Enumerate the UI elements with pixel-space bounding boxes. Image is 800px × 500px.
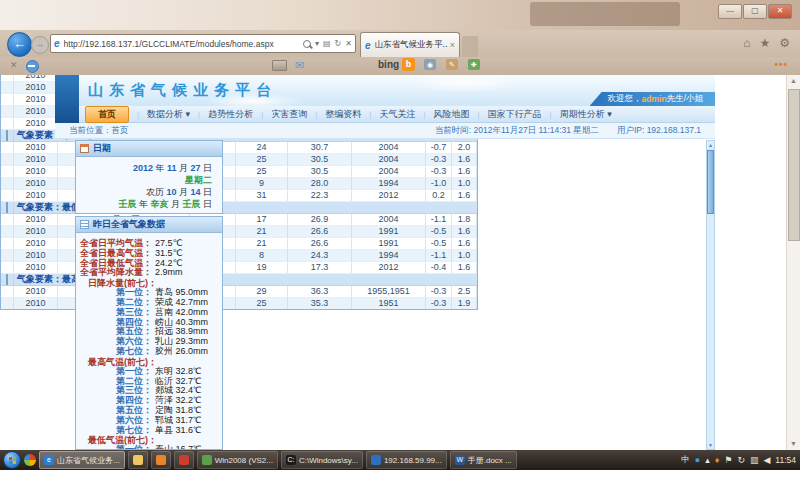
page-scrollbar[interactable]: ▲ ▼ <box>706 140 715 450</box>
home-icon[interactable]: ⌂ <box>743 36 750 50</box>
group-checkbox[interactable] <box>6 130 8 141</box>
table-row[interactable]: 20107月下旬27.02530.52004-0.31.6 <box>1 166 477 178</box>
calendar-panel-title: 日期 <box>93 142 111 155</box>
table-row[interactable]: 20107月5候31.42535.31951-0.31.9 <box>1 298 477 310</box>
network-icon[interactable]: ▥ <box>750 455 759 465</box>
address-bar[interactable]: e http://192.168.137.1/GLCCLIMATE/module… <box>50 34 356 53</box>
taskbar-button-word[interactable]: W手册.docx ... <box>450 451 517 469</box>
browser-scrollbar-thumb[interactable] <box>788 89 800 241</box>
taskbar-button-rdp[interactable]: 192.168.59.99... <box>366 451 447 469</box>
browser-scrollbar[interactable]: ▲ ▼ <box>786 75 800 450</box>
new-tab-button[interactable] <box>462 36 478 57</box>
breadcrumb: 当前位置：首页 <box>69 125 129 137</box>
taskbar-button-label: C:\Windows\sy... <box>299 456 358 465</box>
volume-icon[interactable]: ◀ <box>763 455 770 465</box>
taskbar-button-vm[interactable]: Win2008 (VS2... <box>197 451 278 469</box>
dropdown-caret-icon[interactable]: ▾ <box>315 39 319 48</box>
start-button[interactable] <box>3 451 21 469</box>
compatibility-icon[interactable]: ▤ <box>323 39 331 48</box>
toolbar-close-icon[interactable]: ✕ <box>10 60 18 70</box>
table-row[interactable]: 20101月1日～7月23日7.61917.32012-0.41.6 <box>1 262 477 274</box>
page-scroll-down-icon[interactable]: ▼ <box>707 442 714 448</box>
camera-icon[interactable]: ◉ <box>424 59 436 70</box>
table-cell: -0.4 <box>426 262 452 273</box>
maximize-button[interactable]: ▢ <box>743 4 767 19</box>
orange-app-icon <box>156 455 166 465</box>
table-cell: -0.5 <box>426 238 452 249</box>
table-cell: 1955,1951 <box>352 286 426 297</box>
url-text[interactable]: http://192.168.137.1/GLCCLIMATE/modules/… <box>64 39 303 49</box>
taskbar-button-red-app[interactable] <box>174 451 194 469</box>
favorites-star-icon[interactable]: ★ <box>759 36 770 50</box>
nav-item-8[interactable]: 国家下行产品 <box>488 108 542 121</box>
table-cell: 22.3 <box>288 190 352 201</box>
page-scrollbar-thumb[interactable] <box>707 150 714 214</box>
flame-icon[interactable]: ♦ <box>715 455 720 465</box>
table-row[interactable]: 20101月1日～7月23日12.03122.320120.21.6 <box>1 190 477 202</box>
clock[interactable]: 11:54 <box>775 455 796 465</box>
messenger-icon[interactable]: ● <box>695 455 700 465</box>
table-cell: 21 <box>236 238 288 249</box>
table-cell: 1.6 <box>452 226 477 237</box>
pinned-app-icon[interactable] <box>24 454 36 466</box>
nav-item-6[interactable]: 天气关注 <box>379 108 415 121</box>
table-cell: 2004 <box>352 214 426 225</box>
refresh-icon[interactable]: ↻ <box>335 39 342 48</box>
taskbar-button-cmd[interactable]: C:C:\Windows\sy... <box>281 451 363 469</box>
paint-icon[interactable]: ✎ <box>446 59 458 70</box>
table-cell: 35.3 <box>288 298 352 309</box>
browser-tab[interactable]: e 山东省气候业务平... × <box>360 32 460 57</box>
table-row[interactable]: 20107月23日24.21726.92004-1.11.8 <box>1 214 477 226</box>
taskbar-button-folder[interactable] <box>128 451 148 469</box>
sync-icon[interactable]: ↻ <box>737 455 745 465</box>
stop-icon[interactable]: ✕ <box>345 39 352 48</box>
bing-search-widget[interactable]: bing b <box>378 58 415 71</box>
bing-search-icon[interactable]: b <box>402 58 415 71</box>
table-cell: 30.5 <box>288 166 352 177</box>
settings-gear-icon[interactable]: ⚙ <box>779 36 790 50</box>
weather-summary-panel: 昨日全省气象数据 全省日平均气温：27.5℃全省日最高气温：31.5℃全省日最低… <box>75 216 223 450</box>
search-icon[interactable] <box>303 40 311 48</box>
blocked-circle-icon[interactable] <box>26 60 39 73</box>
forward-button[interactable]: → <box>31 36 49 54</box>
nav-item-4[interactable]: 灾害查询 <box>271 108 307 121</box>
table-cell: -0.3 <box>426 298 452 309</box>
page-scroll-up-icon[interactable]: ▲ <box>707 142 714 148</box>
group-checkbox[interactable] <box>6 274 8 285</box>
close-button[interactable]: ✕ <box>768 4 792 19</box>
table-row[interactable]: 20107月下旬23.52126.61991-0.51.6 <box>1 238 477 250</box>
taskbar-button-orange-app[interactable] <box>151 451 171 469</box>
table-cell: 2010 <box>14 214 58 225</box>
nav-separator: | <box>198 110 200 119</box>
table-cell: 2010 <box>14 142 58 153</box>
table-row[interactable]: 20107月1日～7月23日23.1824.31994-1.11.0 <box>1 250 477 262</box>
table-row[interactable]: 20107月5候27.02530.52004-0.31.6 <box>1 154 477 166</box>
table-cell: 2010 <box>14 226 58 237</box>
nav-item-1[interactable]: 首页 <box>85 106 129 123</box>
table-row[interactable]: 20107月23日31.52936.31955,1951-0.32.5 <box>1 286 477 298</box>
action-center-flag-icon[interactable]: ⚑ <box>724 455 732 465</box>
nav-item-9[interactable]: 周期性分析 ▾ <box>560 108 612 121</box>
back-button[interactable]: ← <box>7 32 32 57</box>
table-row[interactable]: 20107月23日27.52430.72004-0.72.0 <box>1 142 477 154</box>
nav-item-2[interactable]: 数据分析 ▾ <box>147 108 190 121</box>
language-indicator[interactable]: 中 <box>681 454 690 466</box>
show-hidden-icons[interactable]: ▴ <box>705 455 710 465</box>
window-titlebar[interactable]: — ▢ ✕ <box>0 0 800 30</box>
minimize-button[interactable]: — <box>718 4 742 19</box>
card-reader-icon[interactable] <box>272 60 287 71</box>
toolbar-overflow-icon[interactable]: ••• <box>774 59 788 70</box>
table-row[interactable]: 20107月5候23.52126.61991-0.51.6 <box>1 226 477 238</box>
tab-title[interactable]: 山东省气候业务平... <box>375 39 448 51</box>
scroll-down-icon[interactable]: ▼ <box>787 438 800 450</box>
nav-item-7[interactable]: 风险地图 <box>434 108 470 121</box>
tab-close-icon[interactable]: × <box>450 40 455 50</box>
taskbar-button-ie[interactable]: e山东省气候业务... <box>39 451 125 469</box>
nav-item-3[interactable]: 趋势性分析 <box>208 108 253 121</box>
mail-icon[interactable]: ✉ <box>295 59 304 72</box>
scroll-up-icon[interactable]: ▲ <box>787 75 800 87</box>
addons-icon[interactable]: ✚ <box>468 59 480 70</box>
group-checkbox[interactable] <box>6 202 8 213</box>
table-row[interactable]: 20107月1日～7月23日26.9928.01994-1.01.0 <box>1 178 477 190</box>
nav-item-5[interactable]: 整编资料 <box>325 108 361 121</box>
